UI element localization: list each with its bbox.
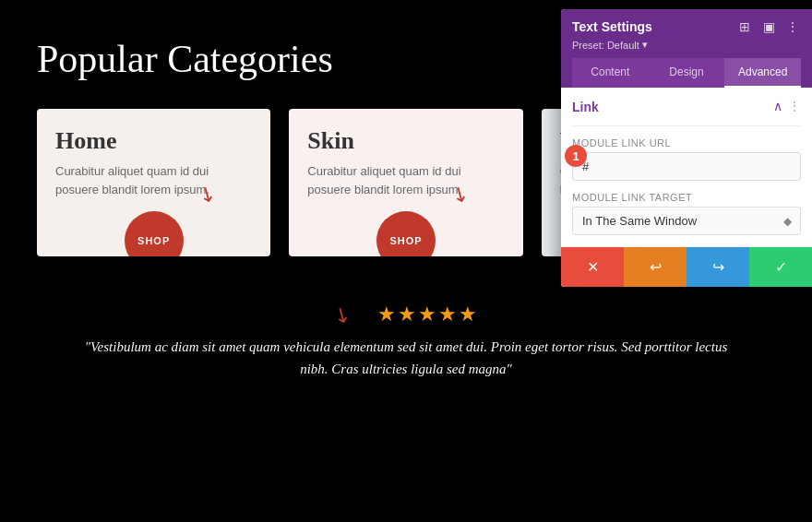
- save-icon: ✓: [775, 258, 787, 276]
- url-field-label: Module Link URL: [572, 137, 801, 148]
- panel-action-bar: ✕ ↩ ↪ ✓: [561, 246, 812, 287]
- module-link-target-select[interactable]: In The Same Window In A New Window: [572, 207, 801, 235]
- undo-button[interactable]: ↩: [624, 247, 687, 287]
- panel-tabs: Content Design Advanced: [572, 58, 801, 88]
- bottom-section: ↘ ★★★★★ "Vestibulum ac diam sit amet qua…: [37, 303, 775, 380]
- target-select-wrap: In The Same Window In A New Window ◆: [572, 207, 801, 235]
- card-skin-shop-btn[interactable]: SHOP: [376, 211, 436, 256]
- cancel-icon: ✕: [587, 258, 599, 276]
- panel-header-icons: ⊞ ▣ ⋮: [736, 18, 801, 35]
- tab-design[interactable]: Design: [649, 58, 725, 88]
- panel-section-divider: [572, 125, 801, 126]
- redo-icon: ↪: [712, 258, 724, 276]
- url-field-wrapper: 1: [572, 152, 801, 192]
- panel-options-icon[interactable]: ⋮: [788, 99, 801, 114]
- panel-header: Text Settings ⊞ ▣ ⋮ Preset: Default ▾ Co…: [561, 9, 812, 88]
- stars: ★★★★★: [377, 303, 479, 326]
- panel-preset[interactable]: Preset: Default ▾: [572, 39, 801, 51]
- panel-section-icons: ∧ ⋮: [773, 99, 801, 114]
- save-button[interactable]: ✓: [749, 247, 812, 287]
- card-skin-title: Skin: [307, 127, 504, 155]
- undo-icon: ↩: [650, 258, 662, 276]
- panel-layout-icon[interactable]: ▣: [760, 18, 777, 35]
- card-home: Home Curabitur aliquet quam id dui posue…: [37, 109, 270, 256]
- panel-header-top: Text Settings ⊞ ▣ ⋮: [572, 18, 801, 35]
- panel-settings-icon[interactable]: ⊞: [736, 18, 753, 35]
- panel-collapse-icon[interactable]: ∧: [773, 99, 782, 114]
- card-home-shop-btn[interactable]: SHOP: [125, 211, 184, 256]
- badge-1: 1: [565, 145, 587, 167]
- settings-panel: Text Settings ⊞ ▣ ⋮ Preset: Default ▾ Co…: [561, 9, 812, 287]
- panel-section-title: Link: [572, 100, 599, 114]
- stars-row: ↘ ★★★★★: [333, 303, 479, 326]
- module-link-url-input[interactable]: [572, 152, 801, 181]
- tab-advanced[interactable]: Advanced: [724, 58, 801, 88]
- panel-section-header: Link ∧ ⋮: [572, 99, 801, 114]
- bottom-arrow-icon: ↘: [328, 300, 355, 329]
- panel-body: Link ∧ ⋮ Module Link URL 1 Module Link T…: [561, 88, 812, 246]
- card-home-title: Home: [55, 127, 252, 155]
- cancel-button[interactable]: ✕: [561, 247, 624, 287]
- card-skin: Skin Curabitur aliquet quam id dui posue…: [289, 109, 522, 256]
- target-field-label: Module Link Target: [572, 192, 801, 203]
- tab-content[interactable]: Content: [572, 58, 649, 88]
- panel-more-icon[interactable]: ⋮: [784, 18, 801, 35]
- card-skin-text: Curabitur aliquet quam id dui posuere bl…: [307, 162, 473, 198]
- testimonial-text: "Vestibulum ac diam sit amet quam vehicu…: [83, 336, 729, 380]
- panel-title: Text Settings: [572, 19, 652, 34]
- redo-button[interactable]: ↪: [687, 247, 749, 287]
